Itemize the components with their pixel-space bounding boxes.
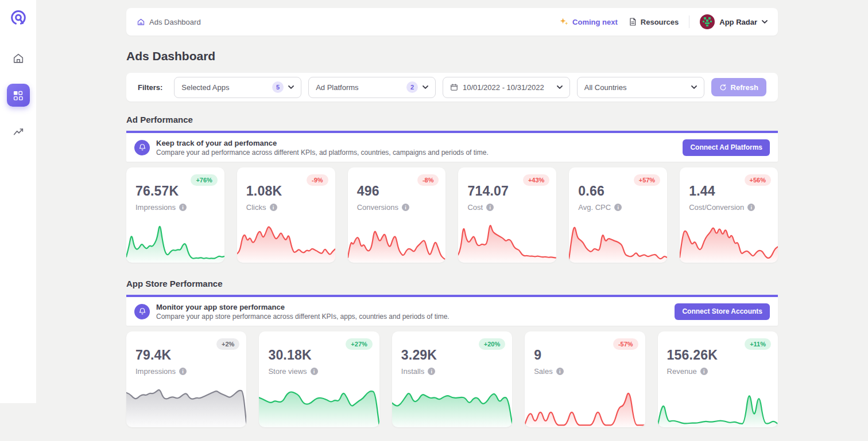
info-icon[interactable] (402, 204, 409, 211)
sidebar-item-dashboard[interactable] (7, 84, 30, 107)
kpi-value: 76.57K (135, 184, 179, 199)
selected-apps-dropdown[interactable]: Selected Apps 5 (174, 77, 301, 98)
info-icon[interactable] (179, 368, 187, 375)
change-badge: -8% (417, 174, 439, 186)
bell-icon (134, 140, 150, 155)
calendar-icon (450, 83, 458, 91)
kpi-value: 79.4K (135, 348, 171, 363)
kpi-label: Impressions (135, 367, 176, 376)
sparkles-icon (560, 17, 569, 26)
filters-label: Filters: (138, 83, 162, 92)
kpi-card-clicks: -9% 1.08K Clicks (237, 167, 335, 263)
ad-performance-banner: Keep track of your ad perfomance Compare… (126, 131, 778, 162)
sparkline-chart (259, 385, 379, 427)
banner-subtitle: Compare your ad performance across diffe… (156, 149, 489, 157)
chevron-down-icon (423, 85, 428, 89)
chevron-down-icon (288, 85, 294, 89)
kpi-value: 1.08K (246, 184, 282, 199)
kpi-label: Cost (467, 203, 483, 212)
selected-apps-count-badge: 5 (272, 81, 284, 93)
info-icon[interactable] (700, 368, 708, 375)
resources-link[interactable]: Resources (628, 17, 679, 26)
coming-next-link[interactable]: Coming next (560, 17, 618, 26)
kpi-card-ad-impressions: +76% 76.57K Impressions (126, 167, 224, 263)
kpi-card-sales: -57% 9 Sales (525, 331, 645, 427)
kpi-value: 714.07 (467, 184, 509, 199)
info-icon[interactable] (428, 368, 435, 375)
ad-platforms-label: Ad Platforms (316, 83, 402, 92)
kpi-card-conversions: -8% 496 Conversions (348, 167, 446, 263)
top-bar: Ads Dashboard Coming next Resources (126, 8, 778, 36)
sparkline-chart (658, 385, 778, 427)
connect-store-accounts-button[interactable]: Connect Store Accounts (675, 303, 770, 320)
info-icon[interactable] (747, 204, 755, 211)
change-badge: +11% (745, 338, 771, 350)
info-icon[interactable] (179, 204, 187, 211)
chevron-down-icon (691, 85, 697, 89)
date-range-picker[interactable]: 10/01/2022 - 10/31/2022 (443, 77, 570, 98)
change-badge: +57% (634, 174, 660, 186)
sparkline-chart (569, 220, 667, 263)
countries-label: All Countries (584, 83, 687, 92)
avatar (700, 14, 715, 29)
sidebar-item-home[interactable] (7, 47, 30, 70)
info-icon[interactable] (486, 204, 494, 211)
change-badge: +27% (346, 338, 372, 350)
refresh-label: Refresh (731, 83, 758, 92)
banner-subtitle: Compare your app store performance acros… (156, 313, 450, 321)
kpi-card-store-impressions: +2% 79.4K Impressions (126, 331, 246, 427)
breadcrumb-home-icon (137, 18, 145, 26)
trend-up-icon (12, 126, 25, 138)
breadcrumb[interactable]: Ads Dashboard (137, 18, 201, 26)
page-title: Ads Dashboard (126, 49, 215, 63)
account-menu[interactable]: App Radar (700, 14, 768, 29)
refresh-button[interactable]: Refresh (711, 78, 766, 96)
resources-label: Resources (641, 18, 679, 26)
sparkline-chart (237, 220, 335, 263)
kpi-card-installs: +20% 3.29K Installs (392, 331, 512, 427)
filter-bar: Filters: Selected Apps 5 Ad Platforms 2 … (126, 73, 778, 102)
info-icon[interactable] (311, 368, 318, 375)
kpi-value: 3.29K (401, 348, 437, 363)
change-badge: -57% (613, 338, 638, 350)
kpi-card-avg-cpc: +57% 0.66 Avg. CPC (569, 167, 667, 263)
kpi-label: Conversions (357, 203, 398, 212)
info-icon[interactable] (614, 204, 622, 211)
ad-platforms-dropdown[interactable]: Ad Platforms 2 (308, 77, 436, 98)
kpi-card-store-views: +27% 30.18K Store views (259, 331, 379, 427)
kpi-card-cost-conversion: +56% 1.44 Cost/Conversion (680, 167, 778, 263)
divider (689, 15, 689, 28)
info-icon[interactable] (556, 368, 564, 375)
kpi-card-revenue: +11% 156.26K Revenue (658, 331, 778, 427)
store-performance-heading: App Store Performance (126, 279, 223, 288)
chevron-down-icon (762, 20, 768, 24)
kpi-label: Sales (534, 367, 553, 376)
breadcrumb-label: Ads Dashboard (149, 18, 201, 26)
ad-performance-cards: +76% 76.57K Impressions -9% 1.08K Clicks (126, 167, 778, 263)
change-badge: -9% (307, 174, 328, 186)
countries-dropdown[interactable]: All Countries (577, 77, 704, 98)
banner-title: Monitor your app store performance (156, 303, 450, 311)
info-icon[interactable] (270, 204, 277, 211)
store-performance-cards: +2% 79.4K Impressions +27% 30.18K Store … (126, 331, 778, 427)
kpi-label: Cost/Conversion (689, 203, 744, 212)
kpi-label: Store views (268, 367, 307, 376)
kpi-label: Clicks (246, 203, 266, 212)
account-name: App Radar (719, 18, 757, 26)
kpi-value: 9 (534, 348, 541, 363)
date-range-value: 10/01/2022 - 10/31/2022 (463, 83, 552, 92)
dashboard-grid-icon (13, 90, 24, 101)
connect-ad-platforms-button[interactable]: Connect Ad Platforms (683, 139, 770, 156)
refresh-icon (719, 84, 727, 91)
sparkline-chart (348, 220, 446, 263)
change-badge: +56% (745, 174, 771, 186)
sidebar-item-trends[interactable] (7, 120, 30, 143)
store-performance-banner: Monitor your app store performance Compa… (126, 295, 778, 326)
app-radar-logo-icon[interactable] (10, 9, 27, 29)
bell-icon (134, 304, 150, 319)
sparkline-chart (392, 385, 512, 427)
kpi-value: 0.66 (578, 184, 604, 199)
ad-performance-heading: Ad Performance (126, 115, 193, 124)
kpi-label: Avg. CPC (578, 203, 611, 212)
change-badge: +20% (479, 338, 505, 350)
